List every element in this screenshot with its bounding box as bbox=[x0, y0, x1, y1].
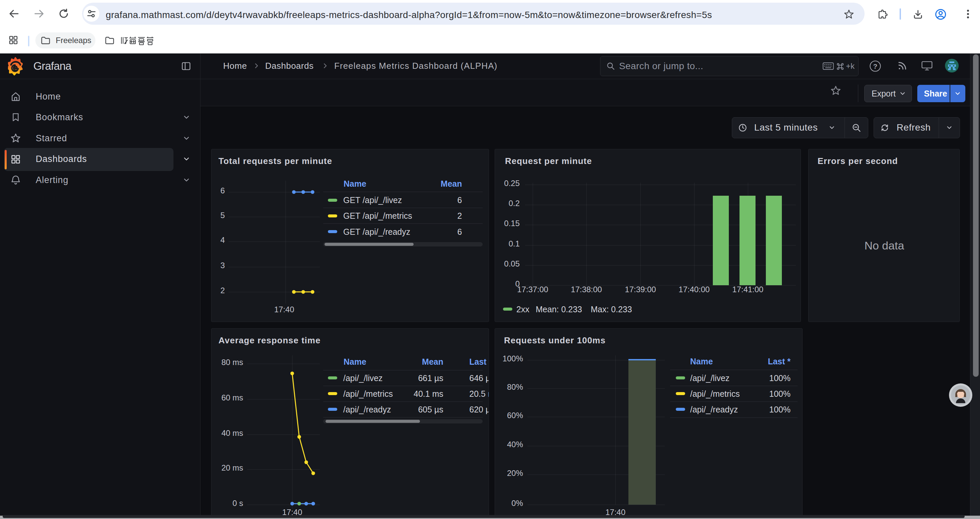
svg-text:?: ? bbox=[873, 62, 878, 70]
